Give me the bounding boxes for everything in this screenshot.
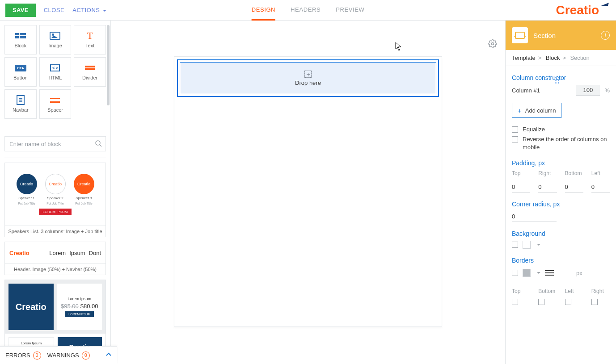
- tool-block[interactable]: Block: [4, 25, 37, 54]
- block-search-input[interactable]: [8, 140, 95, 148]
- library-block-products[interactable]: Creatio Lorem Ipsum $95.00$80.00 LOREM I…: [4, 280, 106, 350]
- border-right-checkbox[interactable]: [591, 299, 598, 305]
- cta-icon: CTA: [14, 63, 27, 72]
- breadcrumb-current: Section: [570, 54, 589, 61]
- tool-text-label: Text: [85, 43, 94, 48]
- html-icon: < >: [49, 63, 61, 72]
- pad-left-input[interactable]: [591, 182, 610, 192]
- background-color-dropdown[interactable]: [536, 243, 540, 247]
- reverse-mobile-checkbox[interactable]: [512, 136, 518, 142]
- info-icon[interactable]: i: [601, 31, 610, 40]
- pad-top-label: Top: [512, 170, 530, 176]
- spacer-icon: [49, 96, 61, 105]
- mini-nav: Lorem Ipsum Dont: [49, 250, 101, 256]
- block-search[interactable]: [4, 136, 106, 151]
- speaker-name: Speaker 2: [47, 196, 63, 200]
- border-width-input[interactable]: [558, 268, 572, 278]
- tool-button-label: Button: [13, 75, 28, 80]
- reverse-mobile-label: Reverse the order of columns on mobile: [523, 135, 610, 151]
- speaker-name: Speaker 1: [18, 196, 34, 200]
- close-link[interactable]: CLOSE: [44, 7, 65, 13]
- tool-divider[interactable]: Divider: [74, 57, 106, 87]
- group-background: Background: [512, 230, 610, 237]
- drop-label: Drop here: [295, 79, 321, 86]
- library-block-speakers[interactable]: CreatioSpeaker 1Put Job Title CreatioSpe…: [4, 163, 106, 237]
- tool-spacer[interactable]: Spacer: [39, 89, 72, 119]
- tab-preview[interactable]: PREVIEW: [336, 0, 364, 21]
- tool-navbar-label: Navbar: [13, 107, 28, 113]
- section-drag-handle[interactable]: [555, 77, 559, 84]
- breadcrumb-item[interactable]: Block: [546, 54, 560, 61]
- library-caption: Speakers List. 3 columns: Image + Job ti…: [5, 226, 105, 237]
- breadcrumb-item[interactable]: Template: [512, 54, 536, 61]
- tool-image[interactable]: Image: [39, 25, 72, 54]
- pad-bottom-input[interactable]: [565, 182, 583, 192]
- border-color-dropdown[interactable]: [536, 271, 540, 275]
- tool-palette: Block Image T Text CTA Button < > HTML D…: [4, 25, 106, 119]
- mini-nav-item: Ipsum: [69, 250, 85, 256]
- prod-title: Lorem Ipsum: [21, 341, 42, 345]
- mini-brand: Creatio: [9, 250, 30, 256]
- gear-icon[interactable]: [488, 39, 497, 50]
- tool-text[interactable]: T Text: [74, 25, 106, 54]
- pad-bottom-label: Bottom: [565, 170, 583, 176]
- speaker-name: Speaker 3: [76, 196, 92, 200]
- px-label: px: [576, 270, 582, 276]
- sidebar-scrollbar[interactable]: [107, 25, 110, 105]
- border-top-checkbox[interactable]: [512, 299, 518, 305]
- errors-indicator[interactable]: ERRORS 0: [5, 351, 41, 360]
- left-sidebar: Block Image T Text CTA Button < > HTML D…: [0, 21, 111, 364]
- add-column-button[interactable]: + Add column: [512, 103, 561, 118]
- mini-nav-item: Dont: [89, 250, 101, 256]
- errors-label: ERRORS: [5, 352, 30, 359]
- border-bottom-checkbox[interactable]: [538, 299, 544, 305]
- brand-text: Creatio: [556, 3, 599, 17]
- tool-html[interactable]: < > HTML: [39, 57, 72, 87]
- image-icon: [49, 31, 61, 40]
- panel-title: Section: [533, 32, 595, 39]
- border-enable-checkbox[interactable]: [512, 270, 518, 276]
- panel-header: Section i: [506, 21, 616, 50]
- warnings-count: 0: [82, 351, 90, 360]
- column-width-input[interactable]: [576, 85, 600, 96]
- equalize-checkbox[interactable]: [512, 126, 518, 133]
- svg-line-1: [100, 145, 101, 146]
- corner-radius-input[interactable]: [512, 211, 557, 222]
- prod-button: LOREM IPSUM: [65, 311, 94, 317]
- group-borders: Borders: [512, 257, 610, 264]
- tab-headers[interactable]: HEADERS: [291, 0, 321, 21]
- border-style-icon[interactable]: [545, 270, 554, 276]
- border-color-swatch[interactable]: [523, 269, 531, 277]
- add-column-label: Add column: [525, 107, 556, 114]
- warnings-label: WARNINGS: [47, 352, 79, 359]
- selected-section[interactable]: Drop here: [177, 59, 439, 97]
- tab-design[interactable]: DESIGN: [252, 0, 275, 21]
- library-caption: Header. Image (50%) + Navbar (50%): [5, 264, 105, 275]
- group-column-constructor: Column constructor: [512, 74, 610, 81]
- background-enable-checkbox[interactable]: [512, 242, 518, 248]
- pad-top-input[interactable]: [512, 182, 530, 192]
- pad-right-input[interactable]: [538, 182, 557, 192]
- tool-block-label: Block: [14, 43, 26, 48]
- tool-button[interactable]: CTA Button: [4, 57, 37, 87]
- brand-accent-icon: [601, 8, 611, 13]
- actions-dropdown[interactable]: ACTIONS: [72, 7, 106, 13]
- email-page[interactable]: Drop here: [174, 56, 442, 327]
- tool-navbar[interactable]: Navbar: [4, 89, 37, 119]
- tool-divider-label: Divider: [82, 75, 97, 80]
- dropzone[interactable]: Drop here: [180, 62, 436, 94]
- library-block-header[interactable]: Creatio Lorem Ipsum Dont Header. Image (…: [4, 242, 106, 275]
- warnings-indicator[interactable]: WARNINGS 0: [47, 351, 90, 360]
- design-canvas[interactable]: Drop here: [111, 21, 505, 364]
- background-color-swatch[interactable]: [523, 241, 531, 249]
- chevron-up-icon[interactable]: [105, 351, 112, 359]
- tool-spacer-label: Spacer: [47, 107, 63, 113]
- status-bar: ERRORS 0 WARNINGS 0: [0, 346, 117, 364]
- speaker-job: Put Job Title: [75, 202, 93, 205]
- border-left-checkbox[interactable]: [565, 299, 571, 305]
- tool-image-label: Image: [48, 43, 62, 48]
- side-bottom-label: Bottom: [538, 288, 557, 294]
- save-button[interactable]: SAVE: [5, 4, 36, 17]
- top-toolbar: SAVE CLOSE ACTIONS DESIGN HEADERS PREVIE…: [0, 0, 616, 21]
- speaker-job: Put Job Title: [18, 202, 35, 205]
